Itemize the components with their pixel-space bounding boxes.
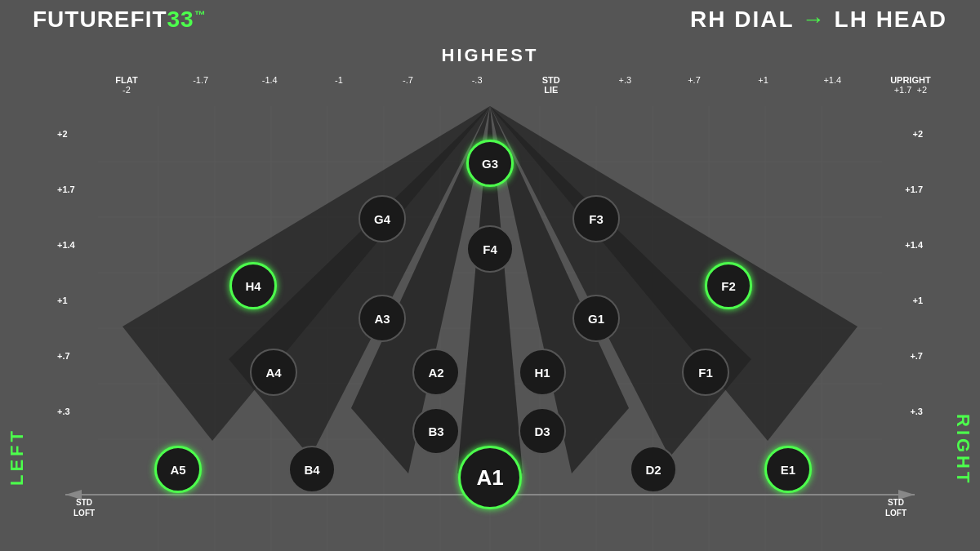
std-loft-left: STDLOFT (74, 497, 95, 518)
axis-neg07: -.7 (397, 75, 420, 95)
node-h4[interactable]: H4 (229, 262, 277, 309)
flat-label: FLAT (110, 75, 143, 85)
y-label-right-pos2: +2 (905, 106, 923, 162)
y-label-pos17: +1.7 (57, 162, 75, 217)
left-label: LEFT (7, 428, 28, 486)
page-title: RH DIAL → LH HEAD (690, 7, 947, 33)
right-label: RIGHT (952, 414, 973, 486)
node-g3[interactable]: G3 (466, 140, 514, 187)
y-label-right-pos17: +1.7 (905, 162, 923, 217)
node-b4[interactable]: B4 (288, 446, 336, 493)
node-a2[interactable]: A2 (412, 349, 460, 396)
axis-pos14: +1.4 (821, 75, 844, 95)
logo-number: 33 (167, 7, 194, 32)
y-label-right-pos14: +1.4 (905, 217, 923, 273)
node-f1[interactable]: F1 (682, 349, 729, 396)
axis-neg1: -1 (327, 75, 350, 95)
upright-label: UPRIGHT (890, 75, 931, 85)
node-b3[interactable]: B3 (412, 407, 460, 455)
axis-neg14: -1.4 (258, 75, 281, 95)
header: FUTUREFIT33™ RH DIAL → LH HEAD (0, 7, 980, 33)
axis-neg03: -.3 (466, 75, 488, 95)
node-a1[interactable]: A1 (458, 446, 522, 509)
node-g4[interactable]: G4 (359, 195, 406, 242)
y-label-pos07: +.7 (57, 328, 75, 384)
highest-label: HIGHEST (442, 45, 539, 66)
y-label-pos03: +.3 (57, 384, 75, 439)
axis-pos03: +.3 (613, 75, 636, 95)
y-label-pos14: +1.4 (57, 217, 75, 273)
axis-pos1: +1 (752, 75, 775, 95)
y-axis-right: +2 +1.7 +1.4 +1 +.7 +.3 (905, 106, 923, 439)
axis-upright-group: UPRIGHT +1.7 +2 (890, 75, 931, 95)
node-g1[interactable]: G1 (572, 295, 620, 342)
node-h1[interactable]: H1 (519, 349, 566, 396)
node-e1[interactable]: E1 (764, 446, 812, 493)
y-label-pos2: +2 (57, 106, 75, 162)
y-label-right-pos07: +.7 (905, 328, 923, 384)
node-a5[interactable]: A5 (154, 446, 202, 493)
axis-pos07: +.7 (683, 75, 706, 95)
node-f4[interactable]: F4 (466, 225, 514, 273)
node-d2[interactable]: D2 (630, 446, 677, 493)
y-label-pos1: +1 (57, 273, 75, 328)
node-a3[interactable]: A3 (359, 295, 406, 342)
axis-neg17: -1.7 (189, 75, 212, 95)
y-label-right-pos03: +.3 (905, 384, 923, 439)
std-loft-right: STDLOFT (885, 497, 906, 518)
y-label-right-pos1: +1 (905, 273, 923, 328)
node-f3[interactable]: F3 (572, 195, 620, 242)
logo: FUTUREFIT33™ (33, 7, 207, 33)
y-axis-left: +2 +1.7 +1.4 +1 +.7 +.3 (57, 106, 75, 439)
top-axis: FLAT -2 -1.7 -1.4 -1 -.7 -.3 STD LIE +.3… (110, 75, 931, 95)
node-f2[interactable]: F2 (705, 262, 752, 309)
node-a4[interactable]: A4 (250, 349, 297, 396)
node-d3[interactable]: D3 (519, 407, 566, 455)
axis-std-lie: STD LIE (535, 75, 568, 95)
axis-flat-group: FLAT -2 (110, 75, 143, 95)
arrow-icon: → (802, 7, 826, 32)
flat-minus2: -2 (110, 85, 143, 95)
